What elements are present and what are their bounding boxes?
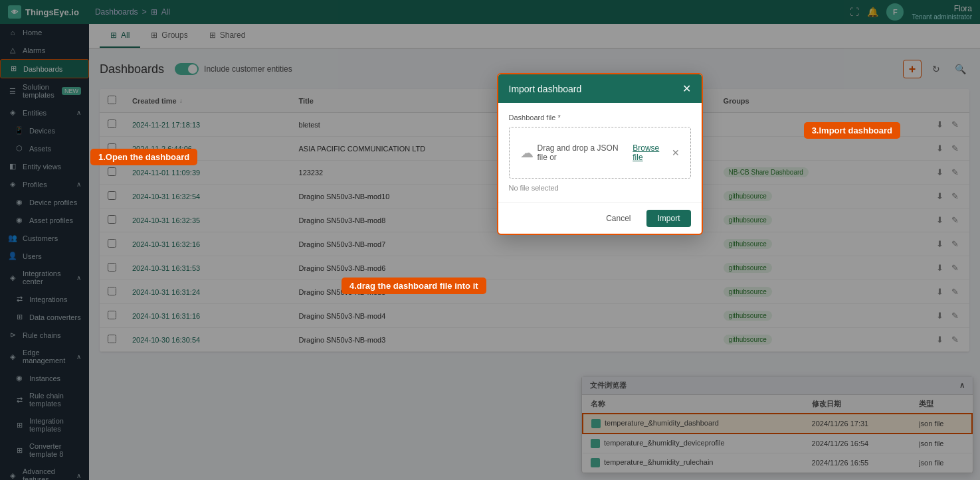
import-modal: Import dashboard ✕ Dashboard file * ☁ Dr… bbox=[497, 73, 703, 235]
file-status: No file selected bbox=[509, 184, 691, 192]
drop-zone[interactable]: ☁ Drag and drop a JSON file or Browse fi… bbox=[509, 127, 691, 179]
drop-text: Drag and drop a JSON file or bbox=[538, 143, 629, 162]
modal-title: Import dashboard bbox=[509, 84, 582, 94]
clear-icon[interactable]: ✕ bbox=[672, 147, 680, 158]
drop-zone-text: ☁ Drag and drop a JSON file or Browse fi… bbox=[520, 143, 680, 162]
browse-link[interactable]: Browse file bbox=[633, 143, 667, 162]
field-label: Dashboard file * bbox=[509, 114, 691, 121]
cancel-button[interactable]: Cancel bbox=[595, 210, 641, 227]
modal-body: Dashboard file * ☁ Drag and drop a JSON … bbox=[498, 103, 702, 202]
cloud-icon: ☁ bbox=[520, 145, 534, 161]
import-button[interactable]: Import bbox=[646, 210, 690, 227]
modal-close-button[interactable]: ✕ bbox=[682, 82, 691, 95]
modal-overlay[interactable]: Import dashboard ✕ Dashboard file * ☁ Dr… bbox=[0, 0, 980, 480]
modal-footer: Cancel Import bbox=[498, 202, 702, 234]
modal-header: Import dashboard ✕ bbox=[498, 74, 702, 103]
